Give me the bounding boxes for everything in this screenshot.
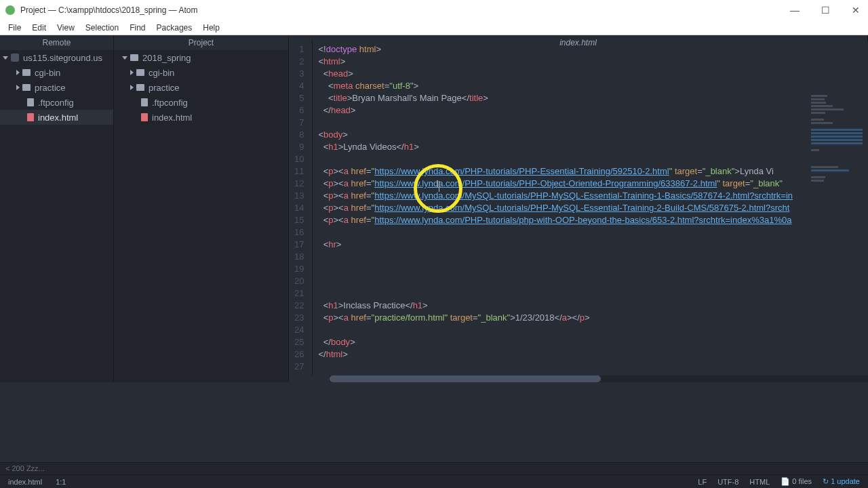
- html-file-icon: [27, 113, 34, 121]
- tree-item-label: cgi-bin: [149, 68, 174, 78]
- menu-help[interactable]: Help: [197, 22, 225, 34]
- project-pane-header: Project: [114, 35, 289, 50]
- menu-edit[interactable]: Edit: [26, 22, 52, 34]
- folder-icon: [22, 69, 31, 76]
- folder-icon: [136, 69, 144, 76]
- atom-icon: [5, 5, 15, 15]
- tree-item-label: practice: [35, 83, 66, 93]
- menu-bar: File Edit View Selection Find Packages H…: [0, 20, 868, 35]
- status-cursor-pos[interactable]: 1:1: [56, 478, 66, 486]
- remote-pane-header: Remote: [0, 35, 114, 50]
- remote-root[interactable]: us115.siteground.us: [0, 50, 113, 65]
- tree-item[interactable]: index.html: [114, 110, 288, 125]
- maximize-button[interactable]: ☐: [818, 5, 833, 16]
- title-bar: Project — C:\xampp\htdocs\2018_spring — …: [0, 0, 868, 20]
- folder-icon: [136, 84, 144, 91]
- hint-bar: < 200 Zzz...: [0, 462, 868, 474]
- tree-item[interactable]: practice: [114, 80, 288, 95]
- window-controls: — ☐ ✕: [787, 5, 863, 16]
- remote-tree[interactable]: us115.siteground.us cgi-binpractice.ftpc…: [0, 50, 114, 382]
- chevron-right-icon: [16, 85, 20, 90]
- menu-packages[interactable]: Packages: [151, 22, 198, 34]
- tree-item-label: .ftpconfig: [152, 98, 188, 108]
- horizontal-scrollbar[interactable]: [330, 375, 868, 382]
- tree-item[interactable]: .ftpconfig: [114, 95, 288, 110]
- tree-item-label: practice: [149, 83, 180, 93]
- folder-icon: [130, 54, 138, 61]
- chevron-right-icon: [130, 70, 134, 75]
- status-files[interactable]: 📄 0 files: [781, 477, 812, 486]
- folder-icon: [22, 84, 31, 91]
- tree-item-label: index.html: [38, 113, 78, 123]
- tree-item[interactable]: practice: [0, 80, 113, 95]
- tree-item[interactable]: .ftpconfig: [0, 95, 113, 110]
- tree-item[interactable]: index.html: [0, 110, 113, 125]
- window-title: Project — C:\xampp\htdocs\2018_spring — …: [20, 5, 197, 15]
- menu-view[interactable]: View: [52, 22, 80, 34]
- minimap[interactable]: [811, 95, 865, 176]
- status-update[interactable]: ↻ 1 update: [823, 477, 860, 486]
- chevron-down-icon: [122, 56, 127, 60]
- scroll-thumb[interactable]: [330, 375, 601, 382]
- chevron-down-icon: [3, 56, 8, 60]
- status-file[interactable]: index.html: [8, 478, 42, 486]
- status-eol[interactable]: LF: [698, 478, 707, 486]
- chevron-right-icon: [130, 85, 134, 90]
- file-icon: [141, 98, 148, 106]
- code-editor[interactable]: 1234567891011121314151617181920212223242…: [289, 41, 868, 375]
- menu-file[interactable]: File: [3, 22, 26, 34]
- menu-find[interactable]: Find: [124, 22, 151, 34]
- project-tree[interactable]: 2018_spring cgi-binpractice.ftpconfigind…: [114, 50, 289, 382]
- chevron-right-icon: [16, 70, 20, 75]
- status-bar: index.html 1:1 LF UTF-8 HTML 📄 0 files ↻…: [0, 474, 868, 488]
- close-button[interactable]: ✕: [849, 5, 863, 16]
- status-language[interactable]: HTML: [749, 478, 770, 486]
- tree-item[interactable]: cgi-bin: [114, 65, 288, 80]
- file-icon: [27, 98, 34, 106]
- tree-item[interactable]: cgi-bin: [0, 65, 113, 80]
- server-icon: [11, 54, 19, 62]
- minimize-button[interactable]: —: [787, 5, 802, 16]
- line-gutter: 1234567891011121314151617181920212223242…: [289, 41, 313, 375]
- html-file-icon: [141, 113, 148, 121]
- tree-item-label: .ftpconfig: [38, 98, 74, 108]
- tree-item-label: index.html: [152, 113, 192, 123]
- code-content[interactable]: <!doctype html><html> <head> <meta chars…: [313, 41, 793, 375]
- status-encoding[interactable]: UTF-8: [717, 478, 738, 486]
- menu-selection[interactable]: Selection: [80, 22, 124, 34]
- tree-item-label: cgi-bin: [35, 68, 60, 78]
- editor-pane: index.html 12345678910111213141516171819…: [289, 35, 868, 382]
- project-root[interactable]: 2018_spring: [114, 50, 288, 65]
